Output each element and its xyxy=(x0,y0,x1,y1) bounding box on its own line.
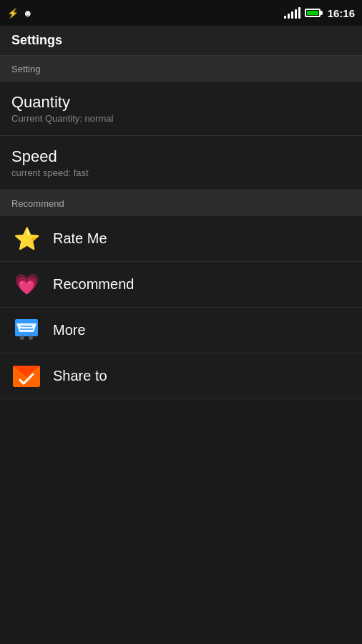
speed-item[interactable]: Speed current speed: fast xyxy=(0,136,362,190)
share-icon xyxy=(11,361,41,391)
signal-icon xyxy=(284,7,300,19)
speed-subtitle: current speed: fast xyxy=(11,167,351,178)
battery-icon xyxy=(305,9,321,17)
title-bar: Settings xyxy=(0,26,362,56)
more-label: More xyxy=(53,322,86,338)
speed-title: Speed xyxy=(11,147,351,166)
share-to-label: Share to xyxy=(53,368,107,384)
heart-icon: 💗 xyxy=(11,270,41,300)
quantity-title: Quantity xyxy=(11,93,351,112)
recommend-section-header: Recommend xyxy=(0,190,362,216)
more-item[interactable]: More xyxy=(0,308,362,353)
status-bar-left-icons: ⚡ ☻ xyxy=(7,8,33,19)
status-bar: ⚡ ☻ 16:16 xyxy=(0,0,362,26)
page-title: Settings xyxy=(11,33,62,48)
recommend-label: Recommend xyxy=(53,276,134,293)
cart-icon xyxy=(11,316,41,346)
setting-section-label: Setting xyxy=(11,64,40,74)
usb-icon: ⚡ xyxy=(7,8,19,19)
quantity-subtitle: Current Quantity: normal xyxy=(11,113,351,124)
star-icon: ⭐ xyxy=(11,224,41,254)
svg-point-2 xyxy=(29,336,33,340)
share-to-item[interactable]: Share to xyxy=(0,353,362,399)
rate-me-label: Rate Me xyxy=(53,230,107,247)
status-bar-right-icons: 16:16 xyxy=(284,7,355,19)
recommend-section-label: Recommend xyxy=(11,198,64,209)
android-icon: ☻ xyxy=(23,8,33,19)
setting-section-header: Setting xyxy=(0,56,362,82)
clock: 16:16 xyxy=(328,7,355,19)
quantity-item[interactable]: Quantity Current Quantity: normal xyxy=(0,82,362,136)
recommend-item[interactable]: 💗 Recommend xyxy=(0,262,362,308)
rate-me-item[interactable]: ⭐ Rate Me xyxy=(0,216,362,262)
svg-point-1 xyxy=(20,336,24,340)
